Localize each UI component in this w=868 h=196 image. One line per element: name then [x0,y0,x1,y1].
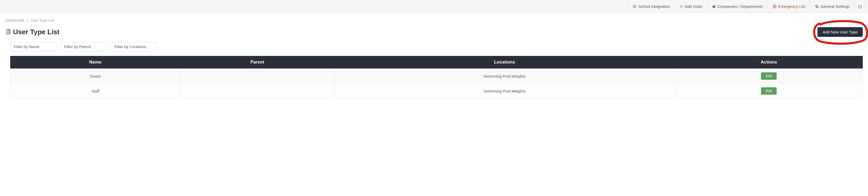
document-icon [5,29,11,36]
cell-actions: Edit [675,69,863,84]
svg-rect-7 [713,5,715,6]
cell-parent [181,69,334,84]
filter-parent-input[interactable] [60,42,107,51]
table-row: Staff Swimming Pool,Weights Edit [10,84,863,99]
nav-power[interactable] [855,0,866,13]
cell-parent [181,84,334,99]
nav-label: School Integration [638,4,670,9]
topnav: School Integration Add Visits Companies … [628,0,866,13]
breadcrumb-dashboard[interactable]: Dashboard/ [5,18,24,23]
cell-locations: Swimming Pool,Weights [334,69,675,84]
power-icon [858,4,863,9]
breadcrumb-current: User Type List [31,18,54,23]
nav-label: General Settings [820,4,850,9]
cell-actions: Edit [675,84,863,99]
page-title-wrap: User Type List [5,28,59,36]
cell-locations: Swimming Pool,Weights [334,84,675,99]
page-header: User Type List Add New User Type [5,27,863,37]
nav-school-integration[interactable]: School Integration [628,0,675,13]
edit-button[interactable]: Edit [761,72,777,80]
nav-label: Emergency List [778,4,805,9]
list-icon [773,4,777,8]
svg-point-5 [634,7,635,8]
page-title: User Type List [13,28,59,36]
th-parent: Parent [181,56,334,69]
content: Dashboard/ ❯ User Type List User Type Li… [0,13,868,99]
nav-emergency-list[interactable]: Emergency List [768,0,810,13]
cell-name: Guest [10,69,181,84]
nav-add-visits[interactable]: Add Visits [675,0,707,13]
chevron-right-icon: ❯ [26,19,29,22]
svg-rect-6 [713,6,715,8]
filter-name-input[interactable] [10,42,57,51]
nav-general-settings[interactable]: General Settings [810,0,855,13]
table-wrap: Name Parent Locations Actions Guest Swim… [5,56,863,99]
add-new-user-type-button[interactable]: Add New User Type [817,27,863,37]
cell-name: Staff [10,84,181,99]
th-locations: Locations [334,56,675,69]
svg-point-3 [634,5,634,6]
th-name: Name [10,56,181,69]
filter-locations-input[interactable] [111,42,158,51]
add-button-wrapper: Add New User Type [817,27,863,37]
filters [5,42,863,51]
gear-icon [815,4,819,8]
user-type-table: Name Parent Locations Actions Guest Swim… [10,56,863,99]
sliders-icon [633,4,637,8]
table-row: Guest Swimming Pool,Weights Edit [10,69,863,84]
breadcrumb: Dashboard/ ❯ User Type List [5,18,863,23]
briefcase-icon [712,4,716,8]
th-actions: Actions [675,56,863,69]
edit-button[interactable]: Edit [761,87,777,94]
plus-icon [680,5,683,8]
nav-label: Companies / Departments [717,4,763,9]
svg-point-4 [635,6,636,7]
nav-label: Add Visits [685,4,702,9]
topbar: School Integration Add Visits Companies … [0,0,868,13]
nav-companies-departments[interactable]: Companies / Departments [707,0,768,13]
